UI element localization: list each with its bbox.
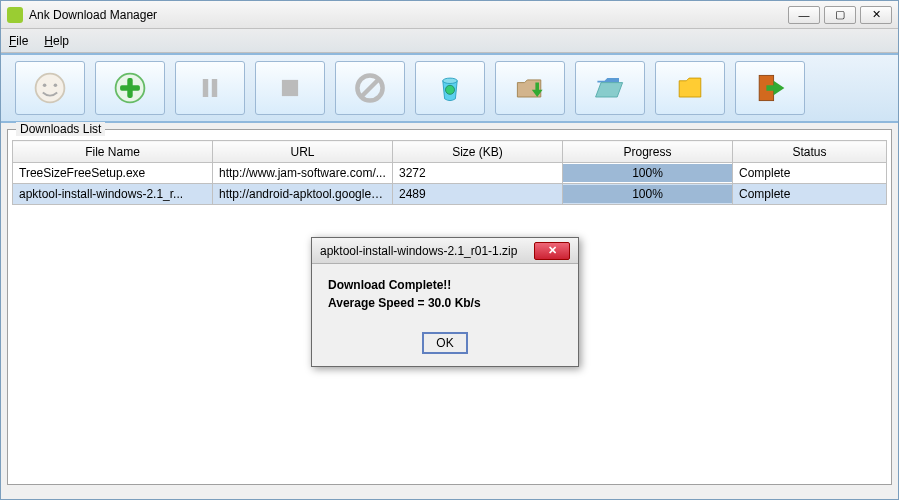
col-header-status[interactable]: Status [733,141,887,163]
col-header-url[interactable]: URL [213,141,393,163]
table-row[interactable]: apktool-install-windows-2.1_r... http://… [13,184,887,205]
dialog-line1: Download Complete!! [328,278,562,292]
dialog-close-button[interactable]: ✕ [534,242,570,260]
dialog: apktool-install-windows-2.1_r01-1.zip ✕ … [311,237,579,367]
cell-file: apktool-install-windows-2.1_r... [13,184,213,205]
yellow-folder-button[interactable] [655,61,725,115]
col-header-file[interactable]: File Name [13,141,213,163]
app-icon [7,7,23,23]
open-folder-icon [592,70,628,106]
table-row[interactable]: TreeSizeFreeSetup.exe http://www.jam-sof… [13,163,887,184]
cell-progress: 100% [563,184,733,205]
cancel-button[interactable] [335,61,405,115]
col-header-progress[interactable]: Progress [563,141,733,163]
folder-down-icon [512,70,548,106]
cell-url: http://android-apktool.googlec... [213,184,393,205]
cell-status: Complete [733,163,887,184]
pause-button[interactable] [175,61,245,115]
no-entry-icon [352,70,388,106]
smile-button[interactable] [15,61,85,115]
cell-file: TreeSizeFreeSetup.exe [13,163,213,184]
svg-point-12 [446,85,455,94]
folder-down-button[interactable] [495,61,565,115]
exit-button[interactable] [735,61,805,115]
col-header-size[interactable]: Size (KB) [393,141,563,163]
svg-point-2 [54,84,58,88]
folder-icon [672,70,708,106]
menu-file[interactable]: File [9,34,28,48]
menubar: File Help [1,29,898,53]
cell-progress: 100% [563,163,733,184]
dialog-ok-button[interactable]: OK [422,332,467,354]
trash-icon [432,70,468,106]
door-exit-icon [752,70,788,106]
cell-size: 2489 [393,184,563,205]
progress-bar: 100% [563,185,732,203]
pause-icon [192,70,228,106]
recycle-button[interactable] [415,61,485,115]
minimize-button[interactable]: — [788,6,820,24]
dialog-titlebar: apktool-install-windows-2.1_r01-1.zip ✕ [312,238,578,264]
dialog-body: Download Complete!! Average Speed = 30.0… [312,264,578,324]
cell-status: Complete [733,184,887,205]
cell-size: 3272 [393,163,563,184]
svg-rect-7 [212,79,217,97]
progress-bar: 100% [563,164,732,182]
group-label: Downloads List [16,122,105,136]
svg-point-1 [43,84,47,88]
app-window: Ank Download Manager — ▢ ✕ File Help [0,0,899,500]
dialog-button-row: OK [312,324,578,366]
stop-icon [272,70,308,106]
downloads-table: File Name URL Size (KB) Progress Status … [12,140,887,205]
titlebar: Ank Download Manager — ▢ ✕ [1,1,898,29]
table-header-row: File Name URL Size (KB) Progress Status [13,141,887,163]
cell-url: http://www.jam-software.com/... [213,163,393,184]
dialog-line2: Average Speed = 30.0 Kb/s [328,296,562,310]
add-button[interactable] [95,61,165,115]
menu-help[interactable]: Help [44,34,69,48]
dialog-title: apktool-install-windows-2.1_r01-1.zip [320,244,534,258]
close-button[interactable]: ✕ [860,6,892,24]
maximize-button[interactable]: ▢ [824,6,856,24]
svg-rect-6 [203,79,208,97]
svg-line-10 [361,79,379,97]
window-controls: — ▢ ✕ [788,6,892,24]
svg-rect-5 [120,85,140,90]
stop-button[interactable] [255,61,325,115]
smile-icon [32,70,68,106]
plus-icon [112,70,148,106]
open-folder-button[interactable] [575,61,645,115]
svg-point-11 [443,78,457,83]
svg-point-0 [36,74,65,103]
svg-rect-8 [282,80,298,96]
app-title: Ank Download Manager [29,8,788,22]
toolbar [1,53,898,123]
